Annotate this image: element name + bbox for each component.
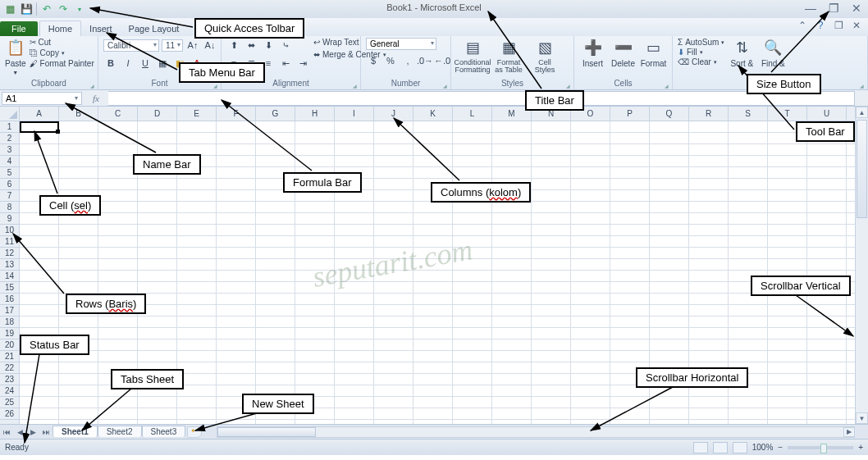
tab-home[interactable]: Home [39, 20, 81, 36]
number-format-select[interactable]: General [366, 38, 436, 50]
increase-indent-icon[interactable]: ⇥ [295, 56, 310, 71]
zoom-slider[interactable] [788, 446, 853, 449]
row-header[interactable]: 7 [0, 190, 19, 202]
horizontal-scrollbar[interactable]: ◀ ▶ [217, 426, 855, 438]
clear-button[interactable]: ⌫Clear▾ [678, 57, 724, 66]
row-header[interactable]: 8 [0, 202, 19, 213]
page-break-view-icon[interactable] [733, 442, 747, 453]
column-header[interactable]: R [689, 107, 729, 121]
column-header[interactable]: A [20, 107, 59, 121]
column-header[interactable]: D [138, 107, 177, 121]
column-header[interactable]: K [413, 107, 453, 121]
fill-button[interactable]: ⬇Fill▾ [678, 48, 724, 57]
column-header[interactable]: H [295, 107, 335, 121]
italic-button[interactable]: I [121, 56, 135, 71]
zoom-in-icon[interactable]: + [858, 443, 863, 452]
accounting-format-icon[interactable]: $ [366, 53, 381, 68]
column-header[interactable]: C [98, 107, 138, 121]
row-header[interactable]: 11 [0, 236, 19, 248]
tab-page-layout[interactable]: Page Layout [121, 21, 188, 36]
new-sheet-button[interactable] [187, 426, 202, 438]
zoom-out-icon[interactable]: − [778, 443, 783, 452]
sheet-nav-last-icon[interactable]: ⏭ [39, 426, 53, 439]
column-header[interactable]: L [453, 107, 492, 121]
row-header[interactable]: 3 [0, 144, 19, 156]
decrease-font-icon[interactable]: A↓ [203, 38, 217, 52]
row-header[interactable]: 20 [0, 339, 19, 351]
tab-insert[interactable]: Insert [81, 21, 121, 36]
align-bottom-icon[interactable]: ⬇ [261, 38, 276, 52]
orientation-icon[interactable]: ⤷ [278, 38, 293, 52]
row-header[interactable]: 9 [0, 213, 19, 225]
row-header[interactable]: 12 [0, 248, 19, 259]
name-box[interactable]: A1 [2, 92, 82, 105]
row-header[interactable]: 4 [0, 156, 19, 167]
column-header[interactable]: E [177, 107, 217, 121]
qat-customize-icon[interactable]: ▾ [73, 2, 86, 16]
column-header[interactable]: U [807, 107, 847, 121]
autosum-button[interactable]: ΣAutoSum▾ [678, 38, 724, 47]
delete-cells-button[interactable]: ➖Delete [610, 38, 637, 68]
sheet-tab-3[interactable]: Sheet3 [142, 426, 186, 437]
cell-styles-button[interactable]: ▧Cell Styles [528, 38, 561, 74]
redo-icon[interactable]: ↷ [57, 2, 70, 16]
sheet-tab-2[interactable]: Sheet2 [98, 426, 142, 437]
column-header[interactable]: Q [650, 107, 689, 121]
decrease-indent-icon[interactable]: ⇤ [278, 56, 293, 71]
minimize-ribbon-icon[interactable]: ⌃ [796, 20, 809, 31]
workbook-restore-icon[interactable]: ❐ [832, 20, 845, 31]
align-top-icon[interactable]: ⬆ [226, 38, 241, 52]
comma-format-icon[interactable]: , [400, 53, 415, 68]
font-size-select[interactable]: 11 [162, 39, 183, 52]
copy-button[interactable]: ⿻Copy▾ [30, 48, 94, 57]
column-header[interactable]: F [217, 107, 256, 121]
border-button[interactable]: ▦ [155, 56, 170, 71]
format-cells-button[interactable]: ▭Format [640, 38, 667, 68]
row-header[interactable]: 26 [0, 408, 19, 420]
vertical-scrollbar[interactable]: ▲ ▼ [855, 107, 868, 424]
conditional-formatting-button[interactable]: ▤Conditional Formatting [456, 38, 489, 74]
sheet-nav-first-icon[interactable]: ⏮ [0, 426, 13, 439]
column-header[interactable]: S [729, 107, 768, 121]
scroll-down-icon[interactable]: ▼ [856, 412, 868, 424]
row-header[interactable]: 16 [0, 294, 19, 305]
restore-button[interactable]: ❐ [827, 2, 840, 15]
column-header[interactable]: B [59, 107, 98, 121]
column-header[interactable]: I [335, 107, 374, 121]
paste-button[interactable]: 📋Paste▼ [5, 38, 26, 75]
column-header[interactable]: J [374, 107, 413, 121]
insert-cells-button[interactable]: ➕Insert [579, 38, 606, 68]
row-header[interactable]: 17 [0, 305, 19, 317]
page-layout-view-icon[interactable] [713, 442, 728, 453]
hscroll-thumb[interactable] [217, 427, 316, 437]
scroll-up-icon[interactable]: ▲ [856, 107, 868, 118]
zoom-level[interactable]: 100% [752, 443, 774, 452]
percent-format-icon[interactable]: % [383, 53, 398, 68]
sheet-nav-next-icon[interactable]: ▶ [26, 426, 39, 439]
row-header[interactable]: 19 [0, 328, 19, 339]
column-header[interactable]: P [610, 107, 650, 121]
row-header[interactable]: 25 [0, 397, 19, 408]
row-header[interactable]: 13 [0, 259, 19, 271]
row-header[interactable]: 18 [0, 317, 19, 328]
sort-filter-button[interactable]: ⇅Sort & [728, 38, 756, 68]
vscroll-thumb[interactable] [857, 120, 867, 218]
row-header[interactable]: 5 [0, 167, 19, 179]
column-header[interactable]: T [768, 107, 807, 121]
row-header[interactable]: 21 [0, 351, 19, 362]
active-cell[interactable] [20, 121, 59, 133]
row-header[interactable]: 10 [0, 225, 19, 236]
underline-button[interactable]: U [138, 56, 153, 71]
minimize-button[interactable]: — [804, 2, 817, 15]
row-header[interactable]: 23 [0, 374, 19, 385]
undo-icon[interactable]: ↶ [40, 2, 53, 16]
row-header[interactable]: 6 [0, 179, 19, 190]
bold-button[interactable]: B [103, 56, 118, 71]
row-header[interactable]: 15 [0, 282, 19, 294]
close-button[interactable]: ✕ [850, 2, 863, 15]
decrease-decimal-icon[interactable]: ←.0 [435, 53, 450, 68]
increase-decimal-icon[interactable]: .0→ [418, 53, 432, 68]
format-as-table-button[interactable]: ▦Format as Table [492, 38, 525, 74]
select-all-corner[interactable] [0, 107, 20, 121]
sheet-tab-1[interactable]: Sheet1 [53, 426, 98, 437]
